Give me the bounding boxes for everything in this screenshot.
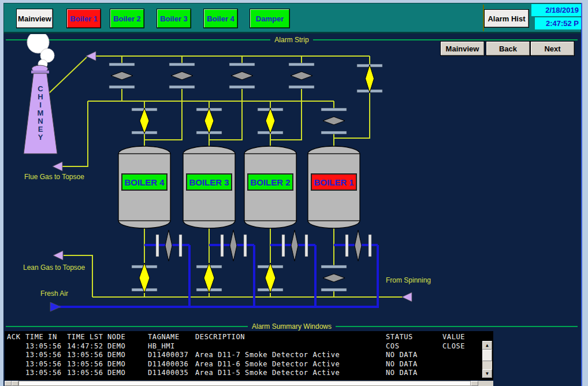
outlet-valve[interactable] (196, 263, 222, 293)
alarm-cell (7, 360, 25, 369)
fresh-air-arrow-icon (50, 302, 61, 311)
outlet-valve[interactable] (258, 263, 283, 293)
alarm-row-item[interactable]: 13:05:5613:05:56DEMOD11400036Area D11-6 … (5, 360, 493, 369)
damper-closed-icon[interactable] (231, 72, 253, 80)
hscroll-track[interactable] (18, 381, 471, 386)
alarm-cell: TIME LST (67, 333, 107, 342)
alarm-cell: NO DATA (386, 360, 442, 369)
flange-bar (321, 131, 347, 134)
bypass-valve[interactable] (357, 64, 382, 92)
alarm-header-row[interactable]: ACKTIME INTIME LSTNODETAGNAMEDESCRIPTION… (5, 333, 493, 342)
alarm-cell: ACK (7, 333, 25, 342)
hmi-screen: MainviewBoiler 1Boiler 2Boiler 3Boiler 4… (0, 0, 588, 386)
alarm-summary-window[interactable]: ACKTIME INTIME LSTNODETAGNAMEDESCRIPTION… (5, 331, 493, 380)
scrollbar-thumb[interactable] (482, 350, 492, 361)
alarm-cell: DESCRIPTION (195, 333, 386, 342)
flue-arrow-icon (86, 51, 96, 61)
alarm-cell: TAGNAME (148, 333, 195, 342)
outlet-valve[interactable] (132, 263, 157, 293)
flange-bar (321, 108, 347, 111)
butterfly-closed-icon[interactable] (165, 230, 172, 261)
alarm-cell: D11400036 (148, 360, 195, 369)
inlet-valve[interactable] (258, 108, 283, 134)
flange-bar (282, 235, 285, 257)
flange-bar (169, 86, 195, 88)
flange-bar (229, 63, 255, 66)
main-panel: MainviewBoiler 1Boiler 2Boiler 3Boiler 4… (3, 3, 582, 386)
damper-closed-icon[interactable] (291, 72, 312, 80)
damper-valve[interactable] (169, 63, 195, 88)
flange-bar (305, 235, 308, 257)
chimney-letter: H (38, 92, 43, 101)
toolbar-button-boiler3[interactable]: Boiler 3 (157, 9, 191, 28)
flue-gas-arrow-icon (53, 162, 62, 171)
hscroll-button[interactable] (12, 381, 18, 386)
boiler-name-label: BOILER 4 (124, 177, 165, 187)
flange-bar (229, 86, 255, 88)
valve-closed-icon[interactable] (323, 117, 345, 125)
alarm-cell (7, 369, 25, 378)
inlet-valve[interactable] (196, 108, 222, 134)
boiler-vessel[interactable]: BOILER 4 (118, 146, 170, 228)
alarm-hist-button[interactable]: Alarm Hist (484, 9, 529, 28)
valve-closed-icon[interactable] (323, 274, 345, 282)
valve-open-icon[interactable] (140, 108, 149, 133)
outlet-valve[interactable] (321, 265, 347, 291)
butterfly-closed-icon[interactable] (291, 230, 298, 261)
damper-closed-icon[interactable] (171, 72, 193, 80)
boiler-vessel[interactable]: BOILER 2 (244, 146, 296, 228)
toolbar-button-boiler4[interactable]: Boiler 4 (203, 9, 238, 28)
hscroll-button[interactable] (471, 381, 478, 386)
damper-closed-icon[interactable] (111, 72, 133, 80)
boiler-vessel[interactable]: BOILER 1 (308, 146, 360, 228)
alarm-vertical-scrollbar[interactable]: ▲ ▼ (482, 341, 492, 378)
lean-gas-arrow-icon (53, 251, 63, 260)
scroll-down-icon[interactable]: ▼ (482, 369, 492, 378)
alarm-cell: 13:05:56 (67, 351, 107, 360)
alarm-cell: 13:05:56 (67, 369, 107, 378)
toolbar-button-boiler1[interactable]: Boiler 1 (66, 9, 101, 28)
alarm-cell: DEMO (107, 360, 148, 369)
alarm-cell: DEMO (107, 351, 148, 360)
alarm-cell: Area D11-6 Smoke Detector Active (195, 360, 386, 369)
alarm-horizontal-scrollbar[interactable] (5, 381, 493, 386)
inlet-valve[interactable] (321, 108, 347, 134)
time-display: 2:47:52 P (535, 17, 581, 29)
divider-line (336, 326, 578, 327)
boiler-name-label: BOILER 1 (314, 177, 353, 187)
alarm-cell (7, 342, 25, 351)
lean-gas-label: Lean Gas to Topsoe (23, 263, 85, 272)
alarm-cell: 13:05:56 (67, 360, 107, 369)
hscroll-button[interactable] (5, 381, 12, 386)
boiler-vessel[interactable]: BOILER 3 (183, 146, 235, 228)
alarm-row-item[interactable]: 13:05:5613:05:56DEMOD11400035Area D11-5 … (5, 369, 493, 378)
valve-open-icon[interactable] (266, 108, 275, 133)
alarm-cell: COS (386, 342, 442, 351)
toolbar-button-boiler2[interactable]: Boiler 2 (110, 9, 144, 28)
alarm-cell: NO DATA (386, 369, 442, 378)
scroll-up-icon[interactable]: ▲ (482, 341, 492, 350)
inlet-valve[interactable] (132, 108, 157, 134)
toolbar-button-mainview[interactable]: Mainview (16, 9, 53, 28)
butterfly-closed-icon[interactable] (355, 230, 362, 261)
flange-bar (289, 86, 314, 88)
alarm-cell: STATUS (386, 333, 442, 342)
alarm-cell: Area D11-5 Smoke Detector Active (195, 369, 386, 378)
alarm-row-item[interactable]: 13:05:5614:47:52DEMOHB_HMICOSCLOSE (5, 342, 493, 351)
alarm-cell: D11400037 (148, 351, 195, 360)
damper-valve[interactable] (289, 63, 314, 88)
flange-bar (289, 63, 314, 66)
toolbar-button-damper[interactable]: Damper (250, 9, 290, 28)
alarm-cell: 13:05:56 (25, 351, 67, 360)
alarm-row-item[interactable]: 13:05:5613:05:56DEMOD11400037Area D11-7 … (5, 351, 493, 360)
alarm-cell: 13:05:56 (25, 369, 67, 378)
alarm-cell (7, 351, 25, 360)
alarm-cell: Area D11-7 Smoke Detector Active (195, 351, 386, 360)
damper-valve[interactable] (229, 63, 255, 88)
butterfly-closed-icon[interactable] (230, 230, 237, 261)
valve-open-icon[interactable] (204, 108, 214, 133)
valve-open-icon[interactable] (366, 65, 374, 92)
damper-valve[interactable] (109, 63, 135, 88)
fresh-air-label: Fresh Air (40, 290, 68, 298)
alarm-cell: TIME IN (25, 333, 67, 342)
